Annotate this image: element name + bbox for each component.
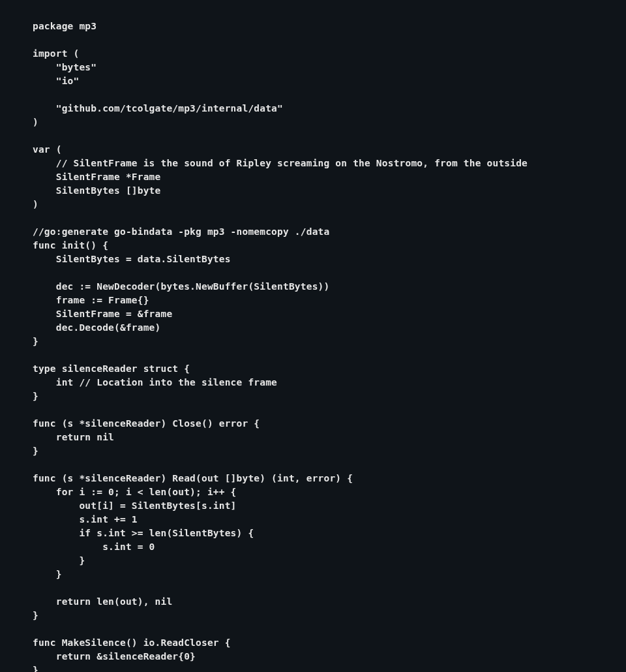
code-content: package mp3 import ( "bytes" "io" "githu… xyxy=(33,21,528,672)
code-block: package mp3 import ( "bytes" "io" "githu… xyxy=(0,0,626,672)
